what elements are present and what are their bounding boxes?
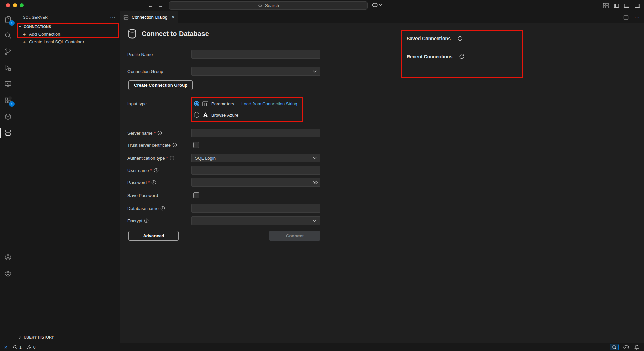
encrypt-label: Encrypt (127, 218, 142, 223)
maximize-window-button[interactable] (20, 3, 24, 7)
create-connection-group-button[interactable]: Create Connection Group (128, 80, 193, 90)
error-icon (13, 345, 18, 350)
close-icon[interactable]: × (172, 15, 175, 20)
sidebar-item-extensions[interactable]: 1 (0, 92, 16, 108)
server-name-label: Server name (127, 131, 152, 136)
sidebar-item-run-debug[interactable] (0, 60, 16, 76)
chevron-right-icon (17, 334, 23, 340)
query-history-section-header[interactable]: QUERY HISTORY (16, 333, 120, 341)
copilot-menu[interactable] (372, 2, 382, 8)
save-password-row: Save Password (127, 192, 199, 198)
toggle-panel-icon[interactable] (624, 3, 629, 8)
sidebar-item-explorer[interactable]: 1 (0, 11, 16, 27)
extensions-badge: 1 (9, 101, 15, 107)
zoom-button[interactable] (610, 344, 619, 350)
plus-icon: + (22, 39, 27, 44)
copilot-status-icon[interactable] (623, 345, 629, 350)
sidebar-item-containers[interactable] (0, 108, 16, 125)
trust-certificate-label: Trust server certificate (127, 143, 171, 148)
vscode-window: ← → Search 1 (0, 0, 644, 351)
user-name-row: User name * (127, 166, 320, 175)
bell-icon[interactable] (634, 345, 639, 350)
sidebar-item-source-control[interactable] (0, 44, 16, 60)
profile-name-input[interactable] (191, 50, 320, 59)
saved-connections-section: Saved Connections (407, 36, 463, 41)
create-local-sql-container-label: Create Local SQL Container (29, 39, 84, 44)
sidebar-item-sql-server[interactable] (0, 125, 16, 141)
eye-off-icon[interactable] (312, 180, 318, 185)
split-editor-icon[interactable] (623, 15, 629, 20)
database-icon (127, 29, 137, 39)
database-name-input[interactable] (191, 204, 320, 213)
password-row: Password * (127, 178, 320, 187)
accounts-button[interactable] (0, 249, 16, 266)
minimize-window-button[interactable] (13, 3, 17, 7)
authentication-type-value: SQL Login (195, 156, 216, 161)
table-icon (202, 101, 208, 106)
traffic-lights (6, 3, 24, 7)
source-control-icon (4, 48, 12, 56)
info-icon (144, 218, 149, 223)
command-center-search[interactable]: Search (169, 1, 368, 10)
password-input[interactable] (191, 178, 320, 187)
required-marker: * (166, 156, 168, 161)
panel-divider (400, 23, 400, 343)
refresh-icon[interactable] (459, 54, 464, 59)
input-type-row: Input type (127, 100, 191, 107)
connections-section-label: CONNECTIONS (24, 25, 51, 29)
customize-layout-icon[interactable] (603, 3, 609, 8)
settings-button[interactable] (0, 266, 16, 282)
add-connection-item[interactable]: + Add Connection (16, 30, 120, 38)
run-debug-icon (4, 64, 12, 72)
browse-azure-option-row: Browse Azure (194, 111, 238, 119)
remote-explorer-icon (4, 80, 12, 88)
browse-azure-label: Browse Azure (211, 112, 238, 118)
create-local-sql-container-item[interactable]: + Create Local SQL Container (16, 38, 120, 45)
sidebar-item-search[interactable] (0, 27, 16, 44)
save-password-checkbox[interactable] (193, 192, 199, 198)
remote-indicator-icon[interactable] (0, 343, 11, 351)
authentication-type-row: Authentication type * SQL Login (127, 154, 320, 162)
connect-button[interactable]: Connect (269, 231, 320, 241)
warning-icon (27, 345, 32, 349)
user-name-label: User name (127, 168, 149, 173)
search-icon (258, 3, 263, 8)
forward-icon[interactable]: → (158, 3, 163, 9)
primary-sidebar: SQL SERVER ··· CONNECTIONS + Add Connect… (16, 11, 120, 343)
trust-certificate-row: Trust server certificate (127, 142, 199, 148)
tab-connection-dialog[interactable]: Connection Dialog × (120, 11, 178, 23)
encrypt-select[interactable] (191, 216, 320, 225)
toggle-primary-sidebar-icon[interactable] (614, 3, 619, 8)
encrypt-row: Encrypt (127, 216, 320, 225)
refresh-icon[interactable] (457, 36, 463, 41)
sidebar-item-remote-explorer[interactable] (0, 76, 16, 92)
browse-azure-radio[interactable] (194, 112, 199, 118)
server-name-input[interactable] (191, 129, 320, 137)
connections-section-header[interactable]: CONNECTIONS (16, 23, 120, 30)
save-password-label: Save Password (127, 193, 158, 198)
chevron-down-icon (313, 157, 317, 159)
activity-bar: 1 1 (0, 11, 16, 343)
load-connection-string-link[interactable]: Load from Connection String (241, 101, 297, 106)
chevron-down-icon (17, 24, 23, 29)
authentication-type-select[interactable]: SQL Login (191, 154, 320, 162)
parameters-radio[interactable] (194, 101, 199, 106)
advanced-button[interactable]: Advanced (128, 231, 179, 241)
error-count: 1 (19, 345, 22, 350)
search-activity-icon (4, 31, 12, 40)
more-actions-icon[interactable]: ··· (634, 15, 640, 20)
trust-certificate-checkbox[interactable] (193, 142, 199, 148)
required-marker: * (154, 131, 156, 136)
authentication-type-label: Authentication type (127, 156, 165, 161)
search-label: Search (265, 3, 279, 8)
user-name-input[interactable] (191, 166, 320, 175)
tab-bar: Connection Dialog × (120, 11, 644, 23)
close-window-button[interactable] (6, 3, 10, 7)
query-history-label: QUERY HISTORY (24, 335, 54, 339)
zoom-in-icon (612, 345, 617, 350)
connection-group-select[interactable] (191, 67, 320, 76)
toggle-secondary-sidebar-icon[interactable] (635, 3, 640, 8)
back-icon[interactable]: ← (148, 3, 153, 9)
problems-status[interactable]: 1 0 (11, 345, 35, 350)
more-actions-icon[interactable]: ··· (110, 15, 116, 20)
